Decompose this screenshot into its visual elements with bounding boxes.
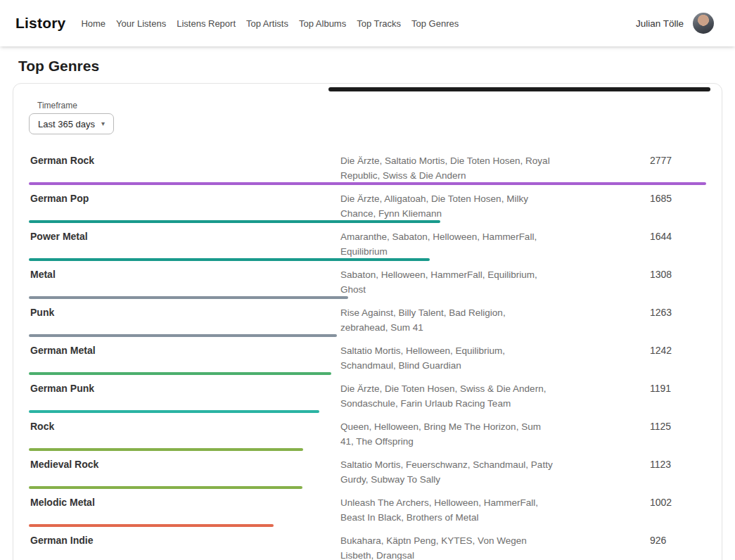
nav-item-listens-report[interactable]: Listens Report [177, 14, 236, 33]
genre-count: 1191 [650, 381, 706, 395]
user-area: Julian Tölle [636, 13, 714, 34]
genre-count: 1263 [650, 305, 706, 319]
genre-name: Melodic Metal [29, 495, 340, 509]
genre-name: German Rock [29, 153, 340, 167]
genre-row: German Metal Saltatio Mortis, Helloween,… [29, 337, 706, 375]
genre-name: Medieval Rock [29, 457, 340, 471]
genre-count: 1242 [650, 343, 706, 357]
genre-artists: Die Ärzte, Alligatoah, Die Toten Hosen, … [340, 191, 555, 221]
genre-row: Metal Sabaton, Helloween, HammerFall, Eq… [29, 261, 706, 299]
genre-table: German Rock Die Ärzte, Saltatio Mortis, … [29, 147, 706, 560]
nav-item-top-genres[interactable]: Top Genres [411, 14, 459, 33]
genre-artists: Sabaton, Helloween, HammerFall, Equilibr… [340, 267, 555, 297]
genre-name: German Punk [29, 381, 340, 395]
chevron-down-icon: ▾ [101, 120, 105, 127]
genre-row: Punk Rise Against, Billy Talent, Bad Rel… [29, 299, 706, 337]
genre-artists: Queen, Helloween, Bring Me The Horizon, … [340, 419, 555, 449]
genre-name: German Metal [29, 343, 340, 357]
genre-count: 1125 [650, 419, 706, 433]
nav-item-your-listens[interactable]: Your Listens [116, 14, 166, 33]
user-name: Julian Tölle [636, 18, 684, 29]
genre-artists: Amaranthe, Sabaton, Helloween, HammerFal… [340, 229, 555, 259]
genre-count: 2777 [650, 153, 706, 167]
top-genres-card: Timeframe Last 365 days ▾ German Rock Di… [13, 83, 722, 560]
genre-artists: Die Ärzte, Die Toten Hosen, Swiss & Die … [340, 381, 555, 411]
genre-artists: Saltatio Mortis, Helloween, Equilibrium,… [340, 343, 555, 373]
genre-row: German Indie Bukahara, Käptn Peng, KYTES… [29, 527, 706, 560]
genre-count: 1644 [650, 229, 706, 243]
genre-artists: Rise Against, Billy Talent, Bad Religion… [340, 305, 555, 335]
genre-artists: Bukahara, Käptn Peng, KYTES, Von Wegen L… [340, 533, 555, 560]
timeframe-label: Timeframe [37, 101, 706, 110]
horizontal-scrollbar-thumb[interactable] [328, 87, 710, 91]
genre-name: Power Metal [29, 229, 340, 243]
timeframe-select-value: Last 365 days [38, 119, 95, 129]
genre-count: 1308 [650, 267, 706, 281]
main-content: Top Genres Timeframe Last 365 days ▾ Ger… [0, 58, 735, 560]
genre-row: Power Metal Amaranthe, Sabaton, Hellowee… [29, 223, 706, 261]
genre-name: German Pop [29, 191, 340, 205]
app-logo[interactable]: Listory [15, 15, 65, 32]
genre-count: 926 [650, 533, 706, 547]
genre-count: 1123 [650, 457, 706, 471]
genre-row: Medieval Rock Saltatio Mortis, Feuerschw… [29, 451, 706, 489]
nav-item-home[interactable]: Home [81, 14, 106, 33]
timeframe-select[interactable]: Last 365 days ▾ [29, 113, 114, 134]
genre-row: Melodic Metal Unleash The Archers, Hello… [29, 489, 706, 527]
genre-count: 1685 [650, 191, 706, 205]
main-nav: Home Your Listens Listens Report Top Art… [81, 14, 459, 33]
genre-row: German Rock Die Ärzte, Saltatio Mortis, … [29, 147, 706, 185]
genre-row: German Punk Die Ärzte, Die Toten Hosen, … [29, 375, 706, 413]
nav-item-top-tracks[interactable]: Top Tracks [357, 14, 401, 33]
genre-row: Rock Queen, Helloween, Bring Me The Hori… [29, 413, 706, 451]
avatar[interactable] [693, 13, 714, 34]
genre-artists: Die Ärzte, Saltatio Mortis, Die Toten Ho… [340, 153, 555, 183]
genre-name: Punk [29, 305, 340, 319]
genre-name: Metal [29, 267, 340, 281]
nav-item-top-artists[interactable]: Top Artists [246, 14, 288, 33]
genre-artists: Unleash The Archers, Helloween, HammerFa… [340, 495, 555, 525]
genre-name: Rock [29, 419, 340, 433]
genre-count: 1002 [650, 495, 706, 509]
genre-name: German Indie [29, 533, 340, 547]
genre-row: German Pop Die Ärzte, Alligatoah, Die To… [29, 185, 706, 223]
nav-item-top-albums[interactable]: Top Albums [299, 14, 346, 33]
genre-artists: Saltatio Mortis, Feuerschwanz, Schandmau… [340, 457, 555, 487]
page-title: Top Genres [18, 58, 722, 75]
app-bar: Listory Home Your Listens Listens Report… [0, 0, 735, 46]
